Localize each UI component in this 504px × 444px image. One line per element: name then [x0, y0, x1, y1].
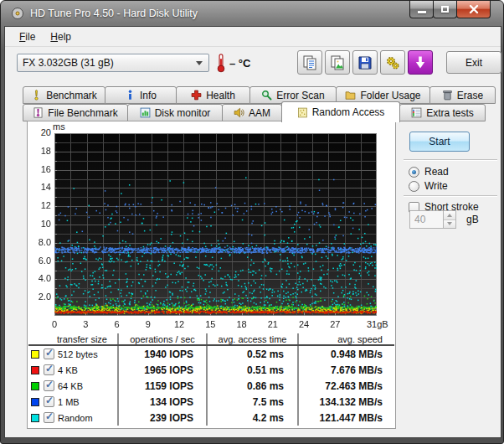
header-operations: operations / sec [119, 333, 208, 344]
caption-buttons [410, 1, 491, 18]
tab-aam[interactable]: AAM [222, 104, 282, 121]
toolbar-buttons [297, 50, 435, 75]
tab-extra-tests[interactable]: Extra tests [399, 104, 486, 121]
access-time-value: 0.86 ms [208, 378, 299, 394]
stroke-size-input[interactable] [409, 210, 443, 229]
maximize-button[interactable] [433, 1, 457, 18]
y-tick-label: 12 [28, 200, 51, 210]
ops-value: 134 IOPS [119, 394, 208, 410]
save-button[interactable] [352, 50, 378, 75]
x-tick-label: 6 [105, 319, 130, 329]
access-time-value: 4.2 ms [208, 410, 299, 426]
y-tick-label: 16 [28, 164, 51, 174]
series-color-swatch [31, 366, 39, 374]
tab-label: Random Access [312, 106, 385, 118]
drive-select-value: FX 3.032GB (31 gB) [23, 57, 114, 69]
titlebar[interactable]: HD Tune Pro 4.50 - Hard Disk Utility [1, 1, 503, 26]
exit-button[interactable]: Exit [446, 51, 501, 74]
tab-label: Benchmark [46, 90, 97, 101]
tab-disk-monitor[interactable]: Disk monitor [127, 104, 223, 121]
copy-image-button[interactable] [325, 50, 350, 75]
series-checkbox[interactable] [44, 364, 54, 375]
start-button[interactable]: Start [409, 132, 470, 152]
tab-label: Extra tests [426, 107, 474, 119]
access-time-value: 0.52 ms [208, 346, 299, 362]
tab-label: Erase [457, 90, 483, 101]
y-axis-unit-label: ms [53, 121, 65, 132]
ops-value: 1965 IOPS [119, 362, 208, 378]
window-title: HD Tune Pro 4.50 - Hard Disk Utility [30, 8, 198, 19]
save-icon [357, 54, 373, 71]
close-button[interactable] [456, 1, 491, 18]
menubar: File Help [5, 27, 501, 47]
app-window: HD Tune Pro 4.50 - Hard Disk Utility Fil… [0, 0, 504, 444]
menu-help[interactable]: Help [43, 28, 79, 45]
series-label: 4 KB [58, 365, 78, 375]
tab-label: Error Scan [276, 90, 324, 101]
radio-write[interactable] [409, 181, 419, 192]
down-arrow-icon [447, 222, 452, 225]
y-tick-label: 2.0 [28, 292, 51, 302]
spin-down-button[interactable] [444, 220, 455, 229]
y-tick-label: 10 [28, 219, 51, 229]
series-color-swatch [31, 350, 39, 359]
series-checkbox[interactable] [44, 348, 54, 359]
down-arrow-icon [412, 54, 429, 71]
toolbar: FX 3.032GB (31 gB) – °C [5, 49, 501, 82]
up-arrow-icon [447, 214, 452, 217]
series-checkbox[interactable] [44, 412, 54, 423]
app-icon [11, 7, 24, 20]
read-option[interactable]: Read [409, 166, 449, 178]
series-checkbox[interactable] [44, 380, 54, 391]
client-area: File Help FX 3.032GB (31 gB) – °C [4, 26, 501, 438]
separator [404, 195, 497, 197]
tab-file-benchmark[interactable]: File Benchmark [23, 104, 128, 121]
tab-benchmark[interactable]: Benchmark [23, 86, 105, 104]
close-icon [469, 4, 479, 14]
ops-value: 1159 IOPS [119, 378, 208, 394]
chevron-down-icon [196, 61, 203, 65]
minimize-icon [418, 11, 426, 13]
series-color-swatch [31, 382, 39, 390]
magnifier-icon [261, 90, 272, 101]
bar-chart-icon [140, 107, 151, 118]
separator [404, 159, 497, 161]
capture-button[interactable] [408, 50, 433, 75]
radio-read[interactable] [409, 167, 419, 178]
tab-label: AAM [249, 107, 270, 119]
copy-text-button[interactable] [297, 50, 322, 75]
header-transfer-size: transfer size [28, 333, 119, 344]
tab-label: Health [206, 90, 235, 101]
header-access-time: avg. access time [208, 333, 299, 344]
results-table: transfer size operations / sec avg. acce… [28, 333, 394, 426]
tab-erase[interactable]: Erase [429, 86, 496, 104]
copy-text-icon [301, 54, 318, 71]
tab-random-access[interactable]: Random Access [281, 101, 400, 122]
tab-health[interactable]: Health [176, 86, 250, 104]
series-checkbox[interactable] [44, 396, 54, 407]
y-tick-label: 6.0 [28, 256, 51, 266]
thermometer-icon [216, 53, 226, 73]
write-option[interactable]: Write [409, 180, 448, 192]
stroke-unit-label: gB [466, 214, 479, 225]
options-button[interactable] [380, 50, 405, 75]
x-tick-label: 24 [291, 319, 316, 329]
write-label: Write [424, 180, 448, 192]
x-tick-label: 3 [73, 319, 98, 329]
speaker-icon [234, 107, 244, 118]
spin-up-button[interactable] [444, 211, 455, 220]
minimize-button[interactable] [409, 1, 434, 18]
tab-info[interactable]: Info [105, 86, 177, 104]
tab-label: Info [140, 90, 157, 101]
drive-select[interactable]: FX 3.032GB (31 gB) [17, 54, 209, 72]
table-row: 64 KB 1159 IOPS 0.86 ms 72.463 MB/s [28, 378, 394, 394]
speed-value: 134.132 MB/s [299, 394, 393, 410]
chart-pane: ms 2018161412108.06.04.02.0 036912151821… [27, 121, 396, 429]
x-tick-label: 0 [42, 319, 67, 329]
x-tick-label: 18 [229, 319, 255, 329]
menu-file[interactable]: File [12, 28, 43, 45]
table-row: 4 KB 1965 IOPS 0.51 ms 7.676 MB/s [28, 362, 394, 378]
access-time-value: 7.5 ms [208, 394, 299, 410]
speed-value: 0.948 MB/s [299, 346, 393, 362]
table-row: Random 239 IOPS 4.2 ms 121.447 MB/s [28, 410, 394, 426]
